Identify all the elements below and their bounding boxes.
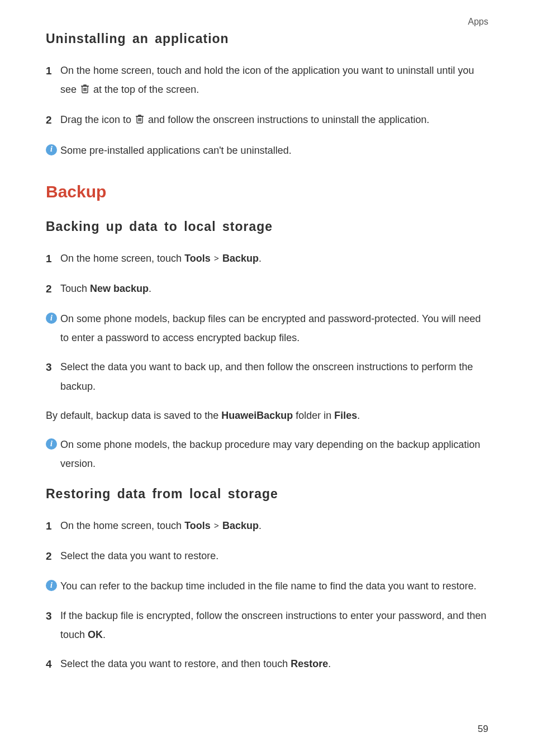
- step-text: Drag the icon to and follow the onscreen…: [60, 110, 488, 130]
- heading-restoring: Restoring data from local storage: [46, 486, 488, 502]
- trash-icon: [80, 81, 89, 100]
- chevron-right-icon: >: [212, 521, 221, 530]
- step-number: 2: [46, 279, 60, 299]
- heading-uninstalling: Uninstalling an application: [46, 31, 488, 46]
- text: folder in: [293, 410, 334, 421]
- step-number: 1: [46, 249, 60, 269]
- text: and follow the onscreen instructions to …: [148, 114, 429, 125]
- step-text: If the backup file is encrypted, follow …: [60, 606, 488, 644]
- restoring-step-2: 2 Select the data you want to restore.: [46, 546, 488, 566]
- restoring-step-4: 4 Select the data you want to restore, a…: [46, 654, 488, 674]
- bold-tools: Tools: [184, 520, 211, 531]
- step-number: 3: [46, 357, 60, 377]
- step-text: Select the data you want to restore, and…: [60, 654, 488, 673]
- text: Touch: [60, 283, 90, 294]
- text: On the home screen, touch: [60, 520, 184, 531]
- step-text: Select the data you want to back up, and…: [60, 357, 488, 395]
- trash-icon: [135, 111, 144, 130]
- note-text: Some pre-installed applications can't be…: [60, 141, 488, 160]
- section-header: Apps: [46, 17, 488, 27]
- uninstall-step-2: 2 Drag the icon to and follow the onscre…: [46, 110, 488, 130]
- bold-new-backup: New backup: [90, 283, 149, 294]
- step-number: 2: [46, 546, 60, 566]
- info-icon: i: [46, 144, 57, 155]
- bold-files: Files: [334, 410, 357, 421]
- text: .: [259, 253, 261, 264]
- step-text: On the home screen, touch and hold the i…: [60, 61, 488, 100]
- text: .: [357, 410, 360, 421]
- info-icon: i: [46, 438, 57, 450]
- restoring-step-3: 3 If the backup file is encrypted, follo…: [46, 606, 488, 644]
- step-number: 2: [46, 110, 60, 130]
- restoring-note: i You can refer to the backup time inclu…: [46, 577, 488, 596]
- page-number: 59: [478, 724, 488, 735]
- text: By default, backup data is saved to the: [46, 410, 221, 421]
- backingup-step-3: 3 Select the data you want to back up, a…: [46, 357, 488, 395]
- note-text: On some phone models, backup files can b…: [60, 309, 488, 347]
- note-text: On some phone models, the backup procedu…: [60, 435, 488, 473]
- text: If the backup file is encrypted, follow …: [60, 610, 486, 640]
- step-text: On the home screen, touch Tools > Backup…: [60, 516, 488, 535]
- info-icon: i: [46, 313, 57, 324]
- restoring-step-1: 1 On the home screen, touch Tools > Back…: [46, 516, 488, 536]
- text: at the top of the screen.: [93, 84, 199, 95]
- heading-backing-up: Backing up data to local storage: [46, 219, 488, 234]
- step-number: 3: [46, 606, 60, 626]
- step-number: 1: [46, 61, 60, 81]
- bold-restore: Restore: [291, 658, 328, 669]
- backingup-note-1: i On some phone models, backup files can…: [46, 309, 488, 347]
- step-number: 4: [46, 654, 60, 674]
- text: On the home screen, touch: [60, 253, 184, 264]
- step-number: 1: [46, 516, 60, 536]
- backingup-default-path: By default, backup data is saved to the …: [46, 406, 488, 425]
- text: Select the data you want to restore, and…: [60, 658, 291, 669]
- step-text: Select the data you want to restore.: [60, 546, 488, 565]
- text: .: [328, 658, 331, 669]
- chevron-right-icon: >: [212, 253, 221, 263]
- bold-ok: OK: [88, 629, 103, 640]
- text: Drag the icon to: [60, 114, 134, 125]
- heading-backup: Backup: [46, 182, 488, 201]
- text: .: [103, 629, 106, 640]
- step-text: Touch New backup.: [60, 279, 488, 298]
- backingup-step-2: 2 Touch New backup.: [46, 279, 488, 299]
- info-icon: i: [46, 580, 57, 591]
- text: .: [259, 520, 261, 531]
- backingup-step-1: 1 On the home screen, touch Tools > Back…: [46, 249, 488, 269]
- uninstall-note: i Some pre-installed applications can't …: [46, 141, 488, 160]
- bold-tools: Tools: [184, 253, 211, 264]
- uninstall-step-1: 1 On the home screen, touch and hold the…: [46, 61, 488, 100]
- bold-huaweibackup: HuaweiBackup: [221, 410, 293, 421]
- bold-backup: Backup: [222, 253, 259, 264]
- text: .: [149, 283, 151, 294]
- note-text: You can refer to the backup time include…: [60, 577, 488, 596]
- bold-backup: Backup: [222, 520, 259, 531]
- step-text: On the home screen, touch Tools > Backup…: [60, 249, 488, 268]
- backingup-note-2: i On some phone models, the backup proce…: [46, 435, 488, 473]
